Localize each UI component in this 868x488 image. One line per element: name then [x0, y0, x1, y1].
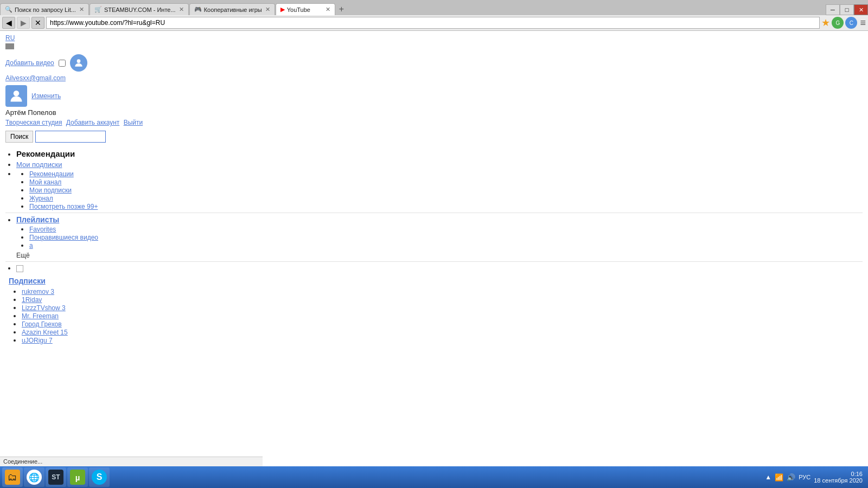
playlist-item-link[interactable]: Favorites	[29, 226, 56, 233]
sub-item-link[interactable]: Мой канал	[29, 178, 61, 186]
taskbar-app-utorrent[interactable]: µ	[67, 467, 88, 487]
tab-coop[interactable]: 🎮 Кооперативные игры ✕	[189, 3, 275, 15]
lang-flag	[5, 43, 14, 49]
tab-steambuy[interactable]: 🛒 STEAMBUY.COM - Инте... ✕	[90, 3, 189, 15]
studio-link[interactable]: Творческая студия	[5, 119, 62, 126]
taskbar-app-skype[interactable]: S	[89, 467, 110, 487]
menu-button[interactable]: ≡	[860, 17, 866, 29]
forward-button[interactable]: ▶	[17, 17, 30, 29]
taskbar-right: ▲ 📶 🔊 РУС 0:16 18 сентября 2020	[765, 471, 866, 484]
tab-close-btn[interactable]: ✕	[179, 6, 184, 13]
list-item[interactable]: Мои подписки	[29, 186, 863, 194]
list-item[interactable]: Favorites	[29, 225, 863, 233]
language-row: RU	[5, 34, 863, 42]
subscriptions-section-link[interactable]: Подписки	[9, 277, 46, 285]
list-item[interactable]: Azazin Kreet 15	[22, 328, 863, 336]
extension-icon-blue[interactable]: C	[845, 17, 857, 29]
list-item[interactable]: Mr. Freeman	[22, 312, 863, 320]
tray-volume-icon[interactable]: 🔊	[787, 473, 795, 481]
list-item[interactable]: Мой канал	[29, 178, 863, 186]
playlists-link[interactable]: Плейлисты	[16, 215, 59, 224]
add-video-link[interactable]: Добавить видео	[5, 59, 54, 67]
address-bar[interactable]	[46, 17, 820, 29]
list-item[interactable]: 1Ridav	[22, 296, 863, 304]
search-input[interactable]	[35, 131, 106, 143]
nav-item-checkbox[interactable]	[16, 264, 863, 272]
minimize-button[interactable]: ─	[826, 4, 840, 15]
divider1	[5, 213, 863, 213]
sub-item-link[interactable]: Мои подписки	[29, 187, 72, 194]
list-item[interactable]: Город Грехов	[22, 320, 863, 328]
subscription-link[interactable]: 1Ridav	[22, 296, 42, 304]
list-item[interactable]: Журнал	[29, 194, 863, 202]
profile-avatar[interactable]	[5, 85, 27, 107]
tab-favicon: ▶	[280, 6, 285, 13]
language-label[interactable]: RU	[5, 34, 15, 42]
time-display: 0:16	[814, 471, 863, 477]
taskbar-clock[interactable]: 0:16 18 сентября 2020	[814, 471, 863, 484]
list-item[interactable]: а	[29, 241, 863, 249]
user-email[interactable]: Ailvesxx@gmail.com	[5, 74, 66, 82]
date-display: 18 сентября 2020	[814, 477, 863, 484]
user-avatar-top[interactable]	[70, 54, 87, 72]
list-item[interactable]: Понравившиеся видео	[29, 233, 863, 241]
tray-network-icon[interactable]: 📶	[775, 473, 783, 481]
tab-close-btn[interactable]: ✕	[265, 6, 270, 13]
sub-item-link[interactable]: Посмотреть позже 99+	[29, 203, 98, 210]
divider2	[5, 261, 863, 262]
tray-lang[interactable]: РУС	[799, 474, 810, 480]
tab-label: STEAMBUY.COM - Инте...	[104, 7, 176, 13]
extension-icon-green[interactable]: G	[832, 17, 844, 29]
list-item[interactable]: rukremov 3	[22, 287, 863, 296]
nav-item-sub-list: Рекомендации Мой канал Мои подписки Журн…	[16, 170, 863, 210]
reload-button[interactable]: ✕	[31, 17, 44, 29]
taskbar-app-steam[interactable]: ST	[46, 467, 66, 487]
svg-point-1	[14, 91, 20, 97]
close-button[interactable]: ✕	[854, 4, 868, 15]
list-item[interactable]: Рекомендации	[29, 170, 863, 178]
maximize-button[interactable]: □	[840, 4, 854, 15]
tab-search[interactable]: 🔍 Поиск по запросу Lit... ✕	[0, 3, 89, 15]
tab-favicon: 🔍	[5, 6, 12, 13]
tab-youtube[interactable]: ▶ YouTube ✕	[276, 3, 335, 15]
subscription-link[interactable]: Azazin Kreet 15	[22, 329, 68, 336]
change-link[interactable]: Изменить	[31, 92, 61, 100]
nav-item-playlists[interactable]: Плейлисты Favorites Понравившиеся видео …	[16, 215, 863, 249]
my-subscriptions-link[interactable]: Мои подписки	[16, 160, 62, 169]
tab-close-btn[interactable]: ✕	[326, 6, 330, 13]
list-item[interactable]: LizzzTVshow 3	[22, 304, 863, 312]
subscription-link[interactable]: Город Грехов	[22, 320, 62, 328]
add-account-link[interactable]: Добавить аккаунт	[66, 119, 119, 126]
taskbar: 🗂 🌐 ST µ S ▲ 📶 🔊 РУС 0:16 18 сентября 20…	[0, 466, 868, 488]
taskbar-app-explorer[interactable]: 🗂	[2, 467, 23, 487]
taskbar-app-chrome[interactable]: 🌐	[24, 467, 44, 487]
subscription-link[interactable]: uJORigu 7	[22, 337, 53, 344]
tab-close-btn[interactable]: ✕	[79, 6, 84, 13]
tab-label: Поиск по запросу Lit...	[15, 7, 76, 13]
subscription-link[interactable]: rukremov 3	[22, 288, 54, 296]
status-bar: Соединение...	[0, 457, 263, 466]
search-button[interactable]: Поиск	[5, 131, 33, 143]
new-tab-button[interactable]: +	[336, 3, 347, 15]
nav-item-my-subscriptions[interactable]: Мои подписки	[16, 160, 863, 169]
esche-label: Ещё	[16, 252, 863, 259]
sub-item-link[interactable]: Журнал	[29, 195, 53, 202]
page-content: RU Добавить видео Ailvesxx@gmail.com Изм…	[0, 31, 868, 470]
playlist-item-link[interactable]: а	[29, 242, 33, 249]
subscription-link[interactable]: LizzzTVshow 3	[22, 304, 66, 312]
subscription-link[interactable]: Mr. Freeman	[22, 312, 59, 320]
tab-label: Кооперативные игры	[204, 7, 262, 13]
tab-favicon: 🛒	[94, 6, 102, 13]
list-item[interactable]: uJORigu 7	[22, 336, 863, 344]
nav-checkbox[interactable]	[16, 265, 23, 272]
logout-link[interactable]: Выйти	[124, 119, 143, 126]
list-item[interactable]: Посмотреть позже 99+	[29, 202, 863, 210]
tray-arrow[interactable]: ▲	[765, 473, 771, 481]
taskbar-apps: 🗂 🌐 ST µ S	[2, 467, 110, 487]
playlist-item-link[interactable]: Понравившиеся видео	[29, 234, 98, 241]
bookmark-star-icon[interactable]: ★	[821, 17, 830, 29]
window-controls: ─ □ ✕	[826, 4, 868, 15]
sub-item-link[interactable]: Рекомендации	[29, 170, 74, 178]
add-video-checkbox[interactable]	[59, 60, 66, 67]
back-button[interactable]: ◀	[2, 17, 15, 29]
